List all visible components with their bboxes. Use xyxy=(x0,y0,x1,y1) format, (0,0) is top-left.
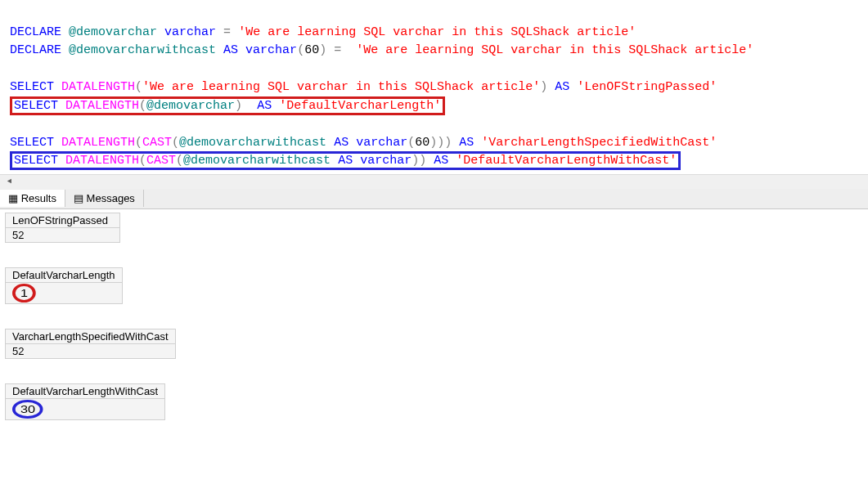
type-varchar: varchar xyxy=(356,136,407,150)
tab-messages[interactable]: ▤ Messages xyxy=(65,190,144,207)
string-literal: 'We are learning SQL varchar in this SQL… xyxy=(238,25,636,39)
variable: @demovarcharwithcast xyxy=(179,136,326,150)
result-grid[interactable]: LenOFStringPassed 52 xyxy=(5,213,120,243)
results-pane: LenOFStringPassed 52 DefaultVarcharLengt… xyxy=(0,209,868,420)
keyword-as: AS xyxy=(459,136,474,150)
cell-value[interactable]: 52 xyxy=(6,227,120,242)
keyword-declare: DECLARE xyxy=(10,25,61,39)
messages-icon: ▤ xyxy=(74,192,83,204)
highlight-circle-blue: 30 xyxy=(12,400,43,419)
tab-label: Messages xyxy=(87,192,135,204)
function-cast: CAST xyxy=(142,136,172,150)
keyword-select: SELECT xyxy=(14,99,58,113)
keyword-as: AS xyxy=(257,99,272,113)
results-tabs: ▦ Results ▤ Messages xyxy=(0,189,868,209)
keyword-select: SELECT xyxy=(10,80,54,94)
result-block-1: LenOFStringPassed 52 xyxy=(5,213,863,243)
highlight-box-blue: SELECT DATALENGTH(CAST(@demovarcharwithc… xyxy=(10,151,681,170)
variable: @demovarchar xyxy=(146,99,235,113)
highlight-box-red: SELECT DATALENGTH(@demovarchar) AS 'Defa… xyxy=(10,96,445,115)
keyword-as: AS xyxy=(223,43,238,57)
keyword-select: SELECT xyxy=(14,154,58,168)
code-line: SELECT DATALENGTH(CAST(@demovarcharwithc… xyxy=(10,134,717,153)
sql-editor[interactable]: DECLARE @demovarchar varchar = 'We are l… xyxy=(0,0,868,174)
result-block-3: VarcharLengthSpecifiedWithCast 52 xyxy=(5,329,863,359)
grid-icon: ▦ xyxy=(8,192,18,204)
keyword-declare: DECLARE xyxy=(10,43,61,57)
keyword-as: AS xyxy=(555,80,569,94)
number-literal: 60 xyxy=(415,136,430,150)
tab-label: Results xyxy=(21,192,56,204)
cell-value[interactable]: 30 xyxy=(6,398,165,419)
alias: 'DefaultVarcharLength' xyxy=(279,99,441,113)
alias: 'VarcharLengthSpecifiedWithCast' xyxy=(481,136,717,150)
keyword-as: AS xyxy=(434,154,448,168)
column-header[interactable]: LenOFStringPassed xyxy=(6,213,120,227)
function-cast: CAST xyxy=(146,154,176,168)
variable: @demovarcharwithcast xyxy=(183,154,331,168)
column-header[interactable]: DefaultVarcharLengthWithCast xyxy=(6,383,165,398)
result-block-4: DefaultVarcharLengthWithCast 30 xyxy=(5,383,863,420)
result-grid[interactable]: DefaultVarcharLength 1 xyxy=(5,267,123,304)
editor-horizontal-scrollbar[interactable]: ◄ xyxy=(0,174,868,189)
type-varchar: varchar xyxy=(164,25,216,39)
code-line: DECLARE @demovarchar varchar = 'We are l… xyxy=(10,24,636,43)
cell-value[interactable]: 1 xyxy=(6,282,123,303)
function-datalength: DATALENGTH xyxy=(61,80,135,94)
alias: 'LenOFStringPassed' xyxy=(577,80,717,94)
result-block-2: DefaultVarcharLength 1 xyxy=(5,267,863,304)
cell-text: 30 xyxy=(20,403,35,415)
function-datalength: DATALENGTH xyxy=(61,136,135,150)
type-varchar: varchar xyxy=(360,154,412,168)
string-literal: 'We are learning SQL varchar in this SQL… xyxy=(142,80,540,94)
keyword-as: AS xyxy=(334,136,349,150)
function-datalength: DATALENGTH xyxy=(65,154,139,168)
cell-value[interactable]: 52 xyxy=(6,343,176,358)
function-datalength: DATALENGTH xyxy=(65,99,139,113)
column-header[interactable]: VarcharLengthSpecifiedWithCast xyxy=(6,329,176,343)
scroll-left-arrow-icon[interactable]: ◄ xyxy=(2,175,16,188)
cell-text: 1 xyxy=(20,287,28,299)
code-line: DECLARE @demovarcharwithcast AS varchar(… xyxy=(10,42,753,60)
code-line: SELECT DATALENGTH('We are learning SQL v… xyxy=(10,78,717,97)
keyword-select: SELECT xyxy=(10,136,54,150)
string-literal: 'We are learning SQL varchar in this SQL… xyxy=(356,43,753,57)
column-header[interactable]: DefaultVarcharLength xyxy=(6,267,123,282)
tab-results[interactable]: ▦ Results xyxy=(0,190,65,207)
type-varchar: varchar xyxy=(245,43,297,57)
variable: @demovarcharwithcast xyxy=(69,43,216,57)
alias: 'DefaultVarcharLengthWithCast' xyxy=(456,154,677,168)
highlight-circle-red: 1 xyxy=(12,284,36,302)
number-literal: 60 xyxy=(304,43,319,57)
keyword-as: AS xyxy=(338,154,353,168)
result-grid[interactable]: DefaultVarcharLengthWithCast 30 xyxy=(5,383,165,420)
result-grid[interactable]: VarcharLengthSpecifiedWithCast 52 xyxy=(5,329,176,359)
variable: @demovarchar xyxy=(69,25,157,39)
